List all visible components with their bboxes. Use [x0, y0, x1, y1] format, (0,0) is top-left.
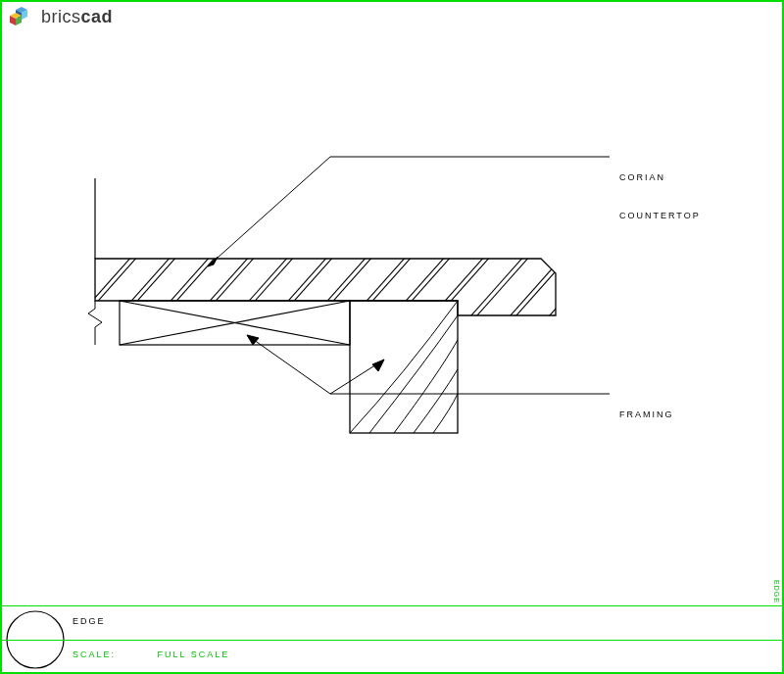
scale-label: SCALE: — [73, 650, 116, 659]
drawing-scale: SCALE: FULL SCALE — [73, 650, 229, 659]
brand-suffix: cad — [81, 7, 114, 26]
svg-line-22 — [384, 237, 463, 325]
corian-slab — [71, 237, 625, 325]
svg-line-18 — [306, 237, 384, 325]
svg-line-25 — [429, 237, 508, 325]
svg-line-23 — [390, 237, 468, 325]
svg-line-30 — [541, 237, 619, 325]
svg-line-12 — [188, 237, 267, 325]
drawing-canvas: CORIAN COUNTERTOP FRAMING — [2, 31, 782, 603]
drawing-title: EDGE — [73, 616, 106, 626]
svg-line-17 — [272, 237, 351, 325]
svg-marker-39 — [372, 360, 384, 371]
svg-line-20 — [345, 237, 423, 325]
svg-line-29 — [508, 237, 586, 325]
app-logo: bricscad — [10, 6, 113, 27]
svg-line-24 — [423, 237, 502, 325]
svg-line-28 — [502, 237, 580, 325]
title-block: EDGE SCALE: FULL SCALE — [2, 605, 782, 672]
svg-line-31 — [547, 237, 625, 325]
substrate-panel — [120, 301, 350, 345]
svg-line-19 — [312, 237, 390, 325]
svg-line-26 — [463, 237, 541, 325]
svg-line-27 — [468, 237, 547, 325]
app-frame: bricscad — [0, 0, 784, 674]
side-label: EDGE — [773, 580, 780, 603]
break-line — [88, 301, 102, 345]
svg-line-10 — [149, 237, 227, 325]
framing-block — [350, 301, 458, 433]
titleblock-divider — [2, 640, 782, 641]
logo-mark-icon — [10, 6, 37, 27]
logo-text: bricscad — [41, 7, 113, 27]
svg-line-21 — [351, 237, 429, 325]
label-corian-l1: CORIAN — [619, 172, 665, 182]
svg-line-15 — [233, 237, 312, 325]
svg-marker-38 — [247, 335, 259, 345]
svg-line-7 — [76, 237, 155, 325]
brand-prefix: brics — [41, 7, 81, 26]
label-corian: CORIAN COUNTERTOP — [619, 149, 701, 226]
svg-line-11 — [155, 237, 233, 325]
svg-line-13 — [194, 237, 272, 325]
scale-value: FULL SCALE — [158, 650, 230, 659]
leader-corian — [208, 157, 610, 266]
svg-line-9 — [116, 237, 194, 325]
svg-line-6 — [71, 237, 149, 325]
svg-line-16 — [267, 237, 345, 325]
label-framing: FRAMING — [619, 386, 674, 425]
cad-drawing — [2, 31, 782, 605]
label-corian-l2: COUNTERTOP — [619, 211, 701, 220]
